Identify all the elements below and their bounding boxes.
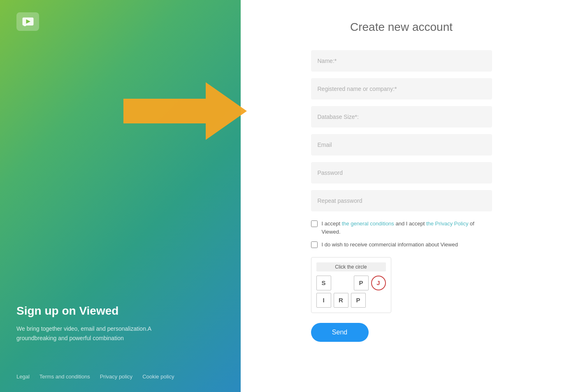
decorative-arrow: [123, 74, 247, 150]
tagline-desc: We bring together video, email and perso…: [16, 324, 156, 343]
captcha-cell-p1[interactable]: P: [354, 276, 369, 290]
logo-icon: [16, 12, 39, 31]
signup-form: I accept the general conditions and I ac…: [311, 50, 492, 342]
commercial-checkbox-row: I do wish to receive commercial informat…: [311, 241, 492, 249]
terms-checkbox[interactable]: [311, 220, 318, 227]
svg-marker-3: [123, 82, 247, 140]
commercial-checkbox[interactable]: [311, 241, 318, 248]
footer-privacy-link[interactable]: Privacy policy: [100, 373, 132, 380]
captcha-cell-p2[interactable]: P: [351, 293, 366, 308]
checkbox-group: I accept the general conditions and I ac…: [311, 220, 492, 249]
captcha-widget: Click the circle S P J I R P: [311, 257, 391, 313]
database-size-input[interactable]: [311, 106, 492, 128]
name-input[interactable]: [311, 50, 492, 72]
footer-terms-link[interactable]: Terms and conditions: [39, 373, 90, 380]
captcha-row-2: I R P: [316, 293, 386, 308]
captcha-cell-i[interactable]: I: [316, 293, 331, 308]
footer-cookie-link[interactable]: Cookie policy: [142, 373, 174, 380]
left-panel: Sign up on Viewed We bring together vide…: [0, 0, 241, 392]
captcha-cell-j[interactable]: J: [371, 276, 386, 290]
captcha-instruction: Click the circle: [316, 262, 386, 271]
logo: [16, 12, 224, 31]
terms-checkbox-row: I accept the general conditions and I ac…: [311, 220, 492, 236]
tagline-area: Sign up on Viewed We bring together vide…: [16, 304, 224, 343]
svg-rect-2: [23, 25, 26, 26]
footer-links: Legal Terms and conditions Privacy polic…: [16, 373, 174, 380]
password-input[interactable]: [311, 162, 492, 183]
right-panel: Create new account I accept the general …: [241, 0, 562, 392]
commercial-label: I do wish to receive commercial informat…: [322, 241, 458, 249]
captcha-cell-s[interactable]: S: [316, 276, 331, 290]
footer-legal-link[interactable]: Legal: [16, 373, 30, 380]
terms-label: I accept the general conditions and I ac…: [322, 220, 492, 236]
captcha-grid: S P J I R P: [316, 276, 386, 308]
general-conditions-link[interactable]: the general conditions: [342, 220, 394, 227]
email-input[interactable]: [311, 134, 492, 155]
captcha-cell-r[interactable]: R: [334, 293, 348, 308]
captcha-row-1: S P J: [316, 276, 386, 290]
privacy-policy-link[interactable]: the Privacy Policy: [426, 220, 469, 227]
company-input[interactable]: [311, 78, 492, 100]
page-title: Create new account: [265, 21, 537, 34]
send-button[interactable]: Send: [311, 323, 369, 342]
repeat-password-input[interactable]: [311, 190, 492, 211]
tagline-title: Sign up on Viewed: [16, 304, 224, 318]
